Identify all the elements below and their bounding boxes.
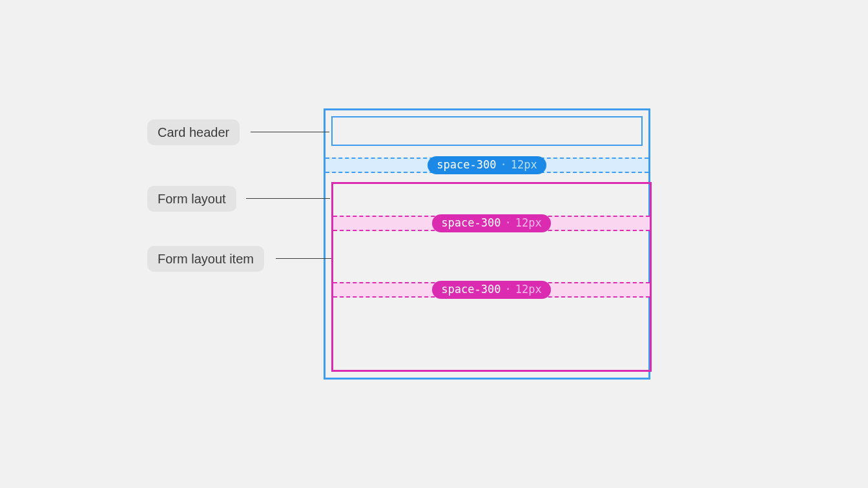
spacing-token-separator: ·	[500, 159, 506, 170]
spacing-token-value: 12px	[515, 218, 542, 229]
spacing-token-name: space-300	[441, 284, 501, 295]
diagram-stage: space-300 · 12px space-300 · 12px space-…	[0, 0, 868, 488]
form-layout-outline	[331, 182, 652, 372]
spacing-band-form-gap-1: space-300 · 12px	[333, 216, 650, 231]
spacing-token-separator: ·	[504, 284, 511, 295]
annotation-leader-line	[251, 132, 329, 132]
annotation-label-text: Form layout item	[158, 252, 254, 266]
annotation-leader-line	[276, 258, 331, 259]
spacing-token-name: space-300	[437, 159, 496, 170]
spacing-token-value: 12px	[511, 159, 537, 170]
annotation-label-card-header: Card header	[147, 119, 240, 145]
spacing-token-separator: ·	[504, 218, 511, 229]
annotation-label-form-layout-item: Form layout item	[147, 246, 264, 272]
annotation-label-form-layout: Form layout	[147, 186, 236, 212]
annotation-label-text: Card header	[158, 125, 229, 139]
spacing-token-pill: space-300 · 12px	[432, 214, 550, 232]
spacing-token-name: space-300	[441, 218, 501, 229]
spacing-token-value: 12px	[515, 284, 542, 295]
spacing-token-pill: space-300 · 12px	[432, 281, 550, 299]
spacing-band-form-gap-2: space-300 · 12px	[333, 282, 650, 298]
card-header-slot	[331, 116, 643, 146]
spacing-token-pill: space-300 · 12px	[428, 156, 546, 174]
spacing-band-card-gap: space-300 · 12px	[326, 158, 648, 173]
annotation-label-text: Form layout	[158, 192, 226, 206]
annotation-leader-line	[246, 198, 330, 199]
